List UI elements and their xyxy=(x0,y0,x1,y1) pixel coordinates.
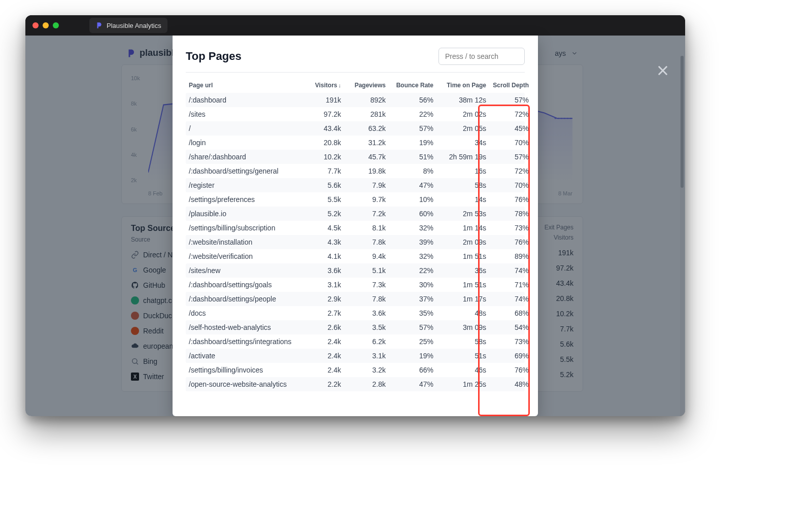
minimize-window-button[interactable] xyxy=(43,22,49,28)
table-row[interactable]: /:dashboard/settings/goals3.1k7.3k30%1m … xyxy=(186,278,525,292)
close-window-button[interactable] xyxy=(32,22,39,28)
table-row[interactable]: /activate2.4k3.1k19%51s69% xyxy=(186,349,525,363)
cell-pageviews: 3.1k xyxy=(341,352,386,360)
cell-pageviews: 5.1k xyxy=(341,266,386,275)
cell-time: 2m 02s xyxy=(433,110,486,118)
cell-bounce: 32% xyxy=(386,224,433,232)
cell-url: /sites/new xyxy=(189,266,300,275)
cell-time: 58s xyxy=(433,338,486,346)
table-row[interactable]: /:dashboard/settings/integrations2.4k6.2… xyxy=(186,334,525,349)
browser-tab[interactable]: Plausible Analytics xyxy=(89,18,167,33)
table-row[interactable]: /self-hosted-web-analytics2.6k3.5k57%3m … xyxy=(186,320,525,334)
cell-scroll: 57% xyxy=(486,153,529,161)
close-modal-button[interactable] xyxy=(656,63,670,80)
page: plausible.io ays 10k8k6k4k2k xyxy=(25,36,685,416)
cell-pageviews: 3.2k xyxy=(341,366,386,374)
cell-scroll: 70% xyxy=(486,139,529,147)
cell-visitors: 10.2k xyxy=(300,153,341,161)
cell-visitors: 191k xyxy=(300,96,341,104)
cell-visitors: 2.2k xyxy=(300,380,341,388)
table-row[interactable]: /share/:dashboard10.2k45.7k51%2h 59m 19s… xyxy=(186,150,525,164)
cell-bounce: 47% xyxy=(386,380,433,388)
table-row[interactable]: /:dashboard/settings/general7.7k19.8k8%1… xyxy=(186,164,525,178)
cell-visitors: 97.2k xyxy=(300,110,341,118)
cell-time: 1m 51s xyxy=(433,252,486,260)
titlebar: Plausible Analytics xyxy=(25,15,685,36)
cell-url: /sites xyxy=(189,110,300,118)
col-pageviews[interactable]: Pageviews xyxy=(341,82,386,89)
cell-time: 58s xyxy=(433,181,486,189)
cell-scroll: 72% xyxy=(486,110,529,118)
cell-url: /settings/billing/invoices xyxy=(189,366,300,374)
table-row[interactable]: /:dashboard191k892k56%38m 12s57% xyxy=(186,93,525,107)
cell-bounce: 25% xyxy=(386,338,433,346)
cell-bounce: 19% xyxy=(386,352,433,360)
cell-bounce: 57% xyxy=(386,124,433,132)
cell-bounce: 47% xyxy=(386,181,433,189)
plausible-logo-icon xyxy=(95,22,103,29)
cell-bounce: 19% xyxy=(386,139,433,147)
table-row[interactable]: /:website/installation4.3k7.8k39%2m 09s7… xyxy=(186,235,525,249)
table-row[interactable]: /plausible.io5.2k7.2k60%2m 53s78% xyxy=(186,207,525,221)
cell-url: /:website/verification xyxy=(189,252,300,260)
col-page-url[interactable]: Page url xyxy=(189,82,300,89)
col-scroll-depth[interactable]: Scroll Depth xyxy=(486,82,529,89)
cell-scroll: 73% xyxy=(486,224,529,232)
cell-url: /plausible.io xyxy=(189,210,300,218)
cell-scroll: 76% xyxy=(486,366,529,374)
table-row[interactable]: /settings/preferences5.5k9.7k10%14s76% xyxy=(186,192,525,207)
cell-scroll: 73% xyxy=(486,338,529,346)
cell-url: /settings/billing/subscription xyxy=(189,224,300,232)
cell-visitors: 20.8k xyxy=(300,139,341,147)
cell-pageviews: 892k xyxy=(341,96,386,104)
table-row[interactable]: /:website/verification4.1k9.4k32%1m 51s8… xyxy=(186,249,525,263)
table-row[interactable]: /settings/billing/invoices2.4k3.2k66%46s… xyxy=(186,363,525,377)
cell-pageviews: 7.9k xyxy=(341,181,386,189)
cell-visitors: 5.2k xyxy=(300,210,341,218)
app-window: Plausible Analytics plausible.io ays 10k… xyxy=(25,15,685,416)
cell-time: 51s xyxy=(433,352,486,360)
cell-scroll: 70% xyxy=(486,181,529,189)
cell-time: 16s xyxy=(433,167,486,175)
cell-visitors: 4.5k xyxy=(300,224,341,232)
cell-scroll: 89% xyxy=(486,252,529,260)
cell-visitors: 2.4k xyxy=(300,352,341,360)
cell-time: 38m 12s xyxy=(433,96,486,104)
cell-bounce: 35% xyxy=(386,309,433,317)
cell-url: /register xyxy=(189,181,300,189)
table-row[interactable]: /sites97.2k281k22%2m 02s72% xyxy=(186,107,525,121)
cell-visitors: 5.5k xyxy=(300,195,341,204)
cell-bounce: 22% xyxy=(386,266,433,275)
cell-scroll: 72% xyxy=(486,167,529,175)
cell-bounce: 8% xyxy=(386,167,433,175)
cell-scroll: 69% xyxy=(486,352,529,360)
cell-pageviews: 9.4k xyxy=(341,252,386,260)
cell-visitors: 3.1k xyxy=(300,281,341,289)
cell-time: 2h 59m 19s xyxy=(433,153,486,161)
cell-url: /:dashboard/settings/general xyxy=(189,167,300,175)
table-row[interactable]: /:dashboard/settings/people2.9k7.8k37%1m… xyxy=(186,292,525,306)
col-bounce-rate[interactable]: Bounce Rate xyxy=(386,82,433,89)
cell-time: 1m 17s xyxy=(433,295,486,303)
cell-time: 3m 09s xyxy=(433,323,486,331)
cell-visitors: 4.1k xyxy=(300,252,341,260)
table-row[interactable]: /43.4k63.2k57%2m 05s45% xyxy=(186,121,525,136)
cell-pageviews: 281k xyxy=(341,110,386,118)
cell-bounce: 37% xyxy=(386,295,433,303)
table-row[interactable]: /login20.8k31.2k19%34s70% xyxy=(186,136,525,150)
table-row[interactable]: /settings/billing/subscription4.5k8.1k32… xyxy=(186,221,525,235)
col-visitors[interactable]: Visitors↓ xyxy=(300,82,341,89)
cell-url: /:dashboard/settings/integrations xyxy=(189,338,300,346)
cell-time: 46s xyxy=(433,366,486,374)
table-row[interactable]: /docs2.7k3.6k35%48s68% xyxy=(186,306,525,320)
table-row[interactable]: /sites/new3.6k5.1k22%36s74% xyxy=(186,263,525,278)
table-row[interactable]: /register5.6k7.9k47%58s70% xyxy=(186,178,525,192)
cell-url: /open-source-website-analytics xyxy=(189,380,300,388)
cell-url: /activate xyxy=(189,352,300,360)
cell-visitors: 2.6k xyxy=(300,323,341,331)
table-row[interactable]: /open-source-website-analytics2.2k2.8k47… xyxy=(186,377,525,391)
cell-time: 34s xyxy=(433,139,486,147)
maximize-window-button[interactable] xyxy=(53,22,59,28)
col-time-on-page[interactable]: Time on Page xyxy=(433,82,486,89)
search-input[interactable] xyxy=(438,48,525,65)
